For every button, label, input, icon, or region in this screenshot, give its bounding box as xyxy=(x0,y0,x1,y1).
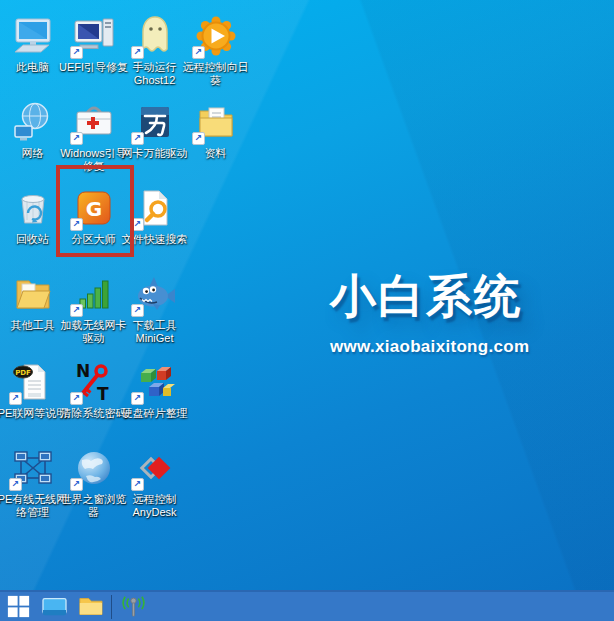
desktop-icon-grid: 此电脑 ↗ UEFI引导修复 ↗ 手动运行Ghost12 xyxy=(2,6,246,524)
desktop-icon-sunflower-remote[interactable]: ↗ 远程控制向日葵 xyxy=(185,6,246,92)
shortcut-arrow-icon: ↗ xyxy=(9,478,22,491)
shortcut-arrow-icon: ↗ xyxy=(192,132,205,145)
desktop-icon-this-pc[interactable]: 此电脑 xyxy=(2,6,63,92)
shortcut-arrow-icon: ↗ xyxy=(131,46,144,59)
wallpaper-brand: 小白系统 www.xiaobaixitong.com xyxy=(330,266,529,357)
icon-label: 远程控制向日葵 xyxy=(179,61,253,87)
icon-label: 远程控制AnyDesk xyxy=(118,493,192,519)
antenna-icon xyxy=(120,595,147,618)
shortcut-arrow-icon: ↗ xyxy=(70,46,83,59)
start-button[interactable] xyxy=(0,592,36,621)
desktop-icon-pe-network-guide[interactable]: PDF ↗ PE联网等说明 xyxy=(2,352,63,438)
folder-icon xyxy=(77,595,104,618)
desktop-icon-network[interactable]: 网络 xyxy=(2,92,63,178)
shortcut-arrow-icon: ↗ xyxy=(131,304,144,317)
svg-text:N: N xyxy=(76,361,90,381)
shortcut-arrow-icon: ↗ xyxy=(131,132,144,145)
grid-spacer xyxy=(185,264,246,352)
desktop-icon-nic-universal-driver[interactable]: ↗ 网卡万能驱动 xyxy=(124,92,185,178)
desktop-icon-uefi-boot-repair[interactable]: ↗ UEFI引导修复 xyxy=(63,6,124,92)
recycle-bin-icon xyxy=(11,186,55,230)
shortcut-arrow-icon: ↗ xyxy=(70,478,83,491)
desktop-background[interactable]: 此电脑 ↗ UEFI引导修复 ↗ 手动运行Ghost12 xyxy=(0,0,614,621)
taskbar xyxy=(0,590,614,621)
desktop-icon-clear-password[interactable]: N T ↗ 清除系统密码 xyxy=(63,352,124,438)
brand-url: www.xiaobaixitong.com xyxy=(330,337,529,357)
shortcut-arrow-icon: ↗ xyxy=(192,46,205,59)
desktop-icon-ghost-manual[interactable]: ↗ 手动运行Ghost12 xyxy=(124,6,185,92)
wireless-network-button[interactable] xyxy=(115,592,151,621)
desktop-icon-recycle-bin[interactable]: 回收站 xyxy=(2,178,63,264)
desktop-icon-disk-defrag[interactable]: ↗ 硬盘碎片整理 xyxy=(124,352,185,438)
shortcut-arrow-icon: ↗ xyxy=(131,218,144,231)
desktop-icon-other-tools[interactable]: 其他工具 xyxy=(2,264,63,352)
grid-spacer xyxy=(185,438,246,524)
desktop-icon-file-quick-search[interactable]: ↗ 文件快速搜索 xyxy=(124,178,185,264)
display-icon xyxy=(41,595,68,618)
desktop-icon-data-folder[interactable]: ↗ 资料 xyxy=(185,92,246,178)
desktop-icon-wireless-nic-driver[interactable]: ↗ 加载无线网卡驱动 xyxy=(63,264,124,352)
desktop-icon-miniget[interactable]: ↗ 下载工具MiniGet xyxy=(124,264,185,352)
open-folder-icon xyxy=(11,272,55,316)
svg-text:G: G xyxy=(85,197,101,221)
grid-spacer xyxy=(185,352,246,438)
desktop-icon-anydesk[interactable]: ↗ 远程控制AnyDesk xyxy=(124,438,185,524)
icon-label: 文件快速搜索 xyxy=(118,233,192,246)
windows-logo-icon xyxy=(7,595,30,618)
desktop-icon-world-browser[interactable]: ↗ 世界之窗浏览器 xyxy=(63,438,124,524)
shortcut-arrow-icon: ↗ xyxy=(70,392,83,405)
svg-text:T: T xyxy=(97,384,109,404)
show-desktop-button[interactable] xyxy=(36,592,72,621)
shortcut-arrow-icon: ↗ xyxy=(9,392,22,405)
this-pc-icon xyxy=(11,14,55,58)
file-explorer-button[interactable] xyxy=(72,592,108,621)
brand-title: 小白系统 xyxy=(330,266,529,328)
icon-label: 下载工具MiniGet xyxy=(118,319,192,345)
shortcut-arrow-icon: ↗ xyxy=(70,304,83,317)
shortcut-arrow-icon: ↗ xyxy=(131,392,144,405)
svg-text:PDF: PDF xyxy=(15,369,31,377)
network-globe-icon xyxy=(11,100,55,144)
shortcut-arrow-icon: ↗ xyxy=(70,218,83,231)
desktop-icon-partition-master[interactable]: G ↗ 分区大师 xyxy=(63,178,124,264)
shortcut-arrow-icon: ↗ xyxy=(70,132,83,145)
shortcut-arrow-icon: ↗ xyxy=(131,478,144,491)
grid-spacer xyxy=(185,178,246,264)
taskbar-separator xyxy=(111,595,112,619)
icon-label: 资料 xyxy=(179,147,253,160)
icon-label: 硬盘碎片整理 xyxy=(118,407,192,420)
desktop-icon-pe-network-manager[interactable]: ↗ PE有线无线网络管理 xyxy=(2,438,63,524)
desktop-icon-windows-boot-repair[interactable]: ↗ Widnows引导修复 xyxy=(63,92,124,178)
